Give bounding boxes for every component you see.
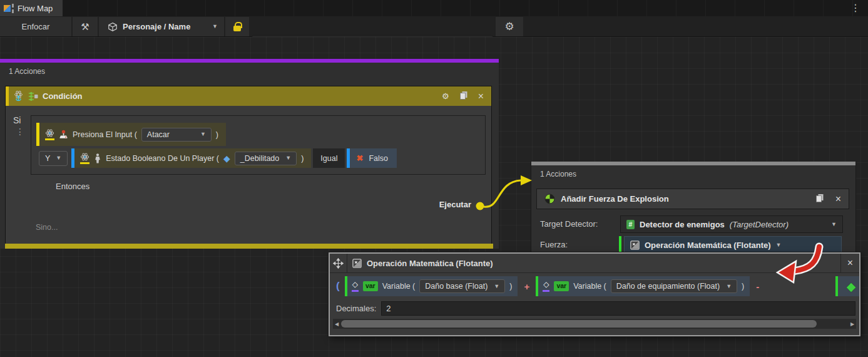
- chevron-down-icon: ▼: [212, 24, 218, 29]
- operand-variable-1[interactable]: ◇ var Variable ( Daño base (Float) ▼ ): [345, 276, 518, 296]
- math-operation-panel[interactable]: Operación Matemática (Flotante) × ( ◇ va…: [329, 252, 860, 336]
- explosion-node-header[interactable]: Añadir Fuerza De Explosion ×: [536, 189, 849, 209]
- move-handle-icon[interactable]: [330, 254, 347, 273]
- if-label: Si: [13, 115, 21, 125]
- comparison-dropdown[interactable]: Igual: [313, 148, 345, 168]
- cube-icon: [108, 22, 118, 32]
- lock-button[interactable]: [225, 17, 249, 36]
- conditions-menu-icon[interactable]: ⋮: [16, 127, 24, 137]
- focus-button[interactable]: Enfocar: [0, 17, 71, 36]
- bool-variable-dropdown[interactable]: _Debilitado ▼: [235, 152, 297, 165]
- actions-node-group[interactable]: 1 Acciones Añadir Fuerza De Explosion × …: [531, 162, 856, 264]
- condition-row-bool[interactable]: Y ▼: [39, 148, 397, 168]
- scroll-right-icon[interactable]: ▶: [849, 319, 856, 329]
- tab-label: Flow Map: [18, 4, 53, 13]
- tools-button[interactable]: ⚒: [73, 17, 98, 36]
- condition-node-title: Condición: [43, 91, 432, 101]
- node-duplicate-icon[interactable]: [815, 194, 824, 204]
- chevron-down-icon: ▼: [494, 284, 499, 289]
- force-value-color-bar: [619, 236, 621, 254]
- tab-bar: Flow Map ⋮: [0, 0, 868, 16]
- target-detector-dropdown[interactable]: # Detector de enemigos (TargetDetector) …: [620, 215, 843, 233]
- input-action-dropdown[interactable]: Atacar ▼: [141, 128, 212, 142]
- node-settings-gear-icon[interactable]: ⚙: [442, 92, 449, 100]
- explosion-node-title: Añadir Fuerza De Explosion: [561, 194, 804, 204]
- close-paren: ): [301, 154, 304, 163]
- bool-value-cell[interactable]: ✖ Falso: [347, 148, 396, 168]
- bool-variable-icon: ◆: [223, 154, 230, 163]
- gear-icon: ⚙: [504, 20, 514, 33]
- decimals-input[interactable]: [381, 301, 855, 316]
- chevron-down-icon: ▼: [726, 284, 732, 289]
- open-paren: (: [336, 280, 340, 292]
- explosion-force-icon: [544, 194, 555, 204]
- variable-label: Variable (: [573, 282, 606, 291]
- variable-1-value: Daño base (Float): [425, 282, 488, 291]
- then-label: Entonces: [56, 182, 89, 191]
- scroll-left-icon[interactable]: ◀: [333, 319, 340, 329]
- scrollbar-thumb[interactable]: [341, 320, 817, 328]
- conditions-atom-anchor-icon: [13, 91, 24, 101]
- trigger-color-bar: [0, 59, 499, 63]
- flow-map-icon: [4, 4, 14, 13]
- joiner-value: Y: [45, 154, 50, 163]
- else-label: Sino...: [36, 223, 58, 232]
- tab-flow-map[interactable]: Flow Map: [0, 0, 63, 16]
- math-formula-icon: [630, 241, 640, 250]
- close-paren: ): [742, 282, 744, 291]
- var-badge: var: [363, 281, 378, 291]
- lock-icon: [233, 26, 241, 31]
- focus-button-label: Enfocar: [22, 22, 50, 31]
- target-detector-value: Detector de enemigos: [640, 220, 725, 229]
- operand-variable-2[interactable]: ◇ var Variable ( Daño de equipamiento (F…: [536, 276, 750, 296]
- variable-1-dropdown[interactable]: Daño base (Float) ▼: [419, 279, 505, 293]
- toolbar: Enfocar ⚒ Personaje / Name ▼ Personaje (…: [0, 16, 868, 37]
- comparison-value: Igual: [320, 154, 337, 163]
- actions-count-label: 1 Acciones: [9, 67, 45, 76]
- condition-node-header[interactable]: Condición ⚙ ×: [6, 86, 491, 106]
- decimals-label: Decimales:: [336, 304, 376, 313]
- condition-label: Estado Booleano De Un Player (: [106, 154, 219, 163]
- math-panel-header[interactable]: Operación Matemática (Flotante) ×: [330, 254, 859, 273]
- variable-2-value: Daño de equipamiento (Float): [616, 282, 720, 291]
- math-panel-title: Operación Matemática (Flotante): [367, 259, 493, 268]
- bool-value-label: Falso: [369, 154, 388, 163]
- variable-label: Variable (: [382, 282, 416, 291]
- panel-close-icon[interactable]: ×: [840, 254, 859, 273]
- force-label: Fuerza:: [540, 240, 568, 249]
- variable-diamond-icon: ◇: [543, 281, 549, 291]
- false-cross-icon: ✖: [356, 154, 363, 162]
- trigger-node-group[interactable]: 1 Acciones: [0, 59, 499, 249]
- expression-row: ( ◇ var Variable ( Daño base (Float) ▼ )…: [330, 273, 859, 299]
- node-close-icon[interactable]: ×: [478, 91, 484, 101]
- condition-node[interactable]: Condición ⚙ × Si ⋮: [5, 86, 492, 249]
- target-dropdown-label: Personaje / Name: [123, 22, 207, 31]
- joystick-icon: [59, 130, 68, 139]
- plus-operator[interactable]: +: [524, 281, 529, 292]
- joiner-dropdown[interactable]: Y ▼: [39, 151, 68, 166]
- target-detector-label: Target Detector:: [540, 219, 598, 229]
- var-badge: var: [554, 281, 569, 291]
- force-value-dropdown[interactable]: Operación Matemática (Flotante) ▼: [624, 236, 842, 254]
- node-close-icon[interactable]: ×: [835, 194, 841, 204]
- target-detector-type: (TargetDetector): [730, 220, 789, 229]
- force-value: Operación Matemática (Flotante): [645, 241, 771, 250]
- node-duplicate-icon[interactable]: [459, 91, 468, 101]
- close-paren: ): [509, 282, 512, 291]
- wrench-icon: ⚒: [81, 21, 89, 33]
- condition-color-bar: [5, 244, 493, 249]
- decimals-row: Decimales:: [330, 299, 859, 317]
- horizontal-scrollbar[interactable]: ◀ ▶: [333, 319, 856, 329]
- variable-2-dropdown[interactable]: Daño de equipamiento (Float) ▼: [611, 279, 737, 293]
- operand-variable-3[interactable]: ◆: [835, 276, 860, 296]
- settings-button[interactable]: ⚙: [496, 17, 523, 36]
- chevron-down-icon: ▼: [831, 222, 837, 227]
- branch-flow-icon: [28, 92, 38, 101]
- number-diamond-icon: ◆: [847, 281, 856, 292]
- condition-row-input[interactable]: Presiona El Input ( Atacar ▼ ): [36, 123, 226, 146]
- minus-operator[interactable]: -: [756, 281, 759, 292]
- window-menu-icon[interactable]: ⋮: [850, 1, 860, 16]
- target-dropdown[interactable]: Personaje / Name ▼: [99, 17, 224, 36]
- actions-count-label: 1 Acciones: [540, 170, 576, 178]
- close-paren: ): [216, 130, 218, 139]
